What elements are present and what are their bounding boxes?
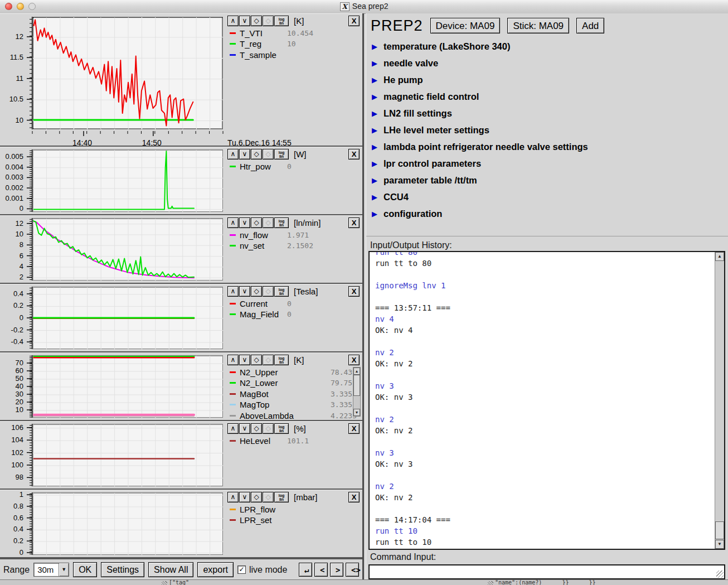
autoscale-icon[interactable]: ◇ — [251, 149, 262, 159]
scale-up-icon[interactable]: ∧ — [227, 286, 239, 297]
scroll-up-icon[interactable]: ▲ — [715, 252, 724, 261]
log-lin-toggle-icon[interactable]: loglin — [274, 355, 289, 365]
scale-down-icon[interactable]: ∨ — [239, 492, 250, 502]
expand-arrow-icon[interactable]: ▶ — [372, 127, 377, 134]
prep2-panel: PREP2 Device: MA09 Stick: MA09 Add ▶temp… — [366, 13, 728, 580]
log-lin-toggle-icon[interactable]: loglin — [274, 16, 289, 26]
autoscale-icon[interactable]: ◇ — [251, 492, 262, 502]
scale-up-icon[interactable]: ∧ — [227, 16, 239, 26]
page-forward-icon[interactable]: > — [330, 563, 343, 577]
resize-grip-icon[interactable] — [716, 571, 724, 578]
expand-arrow-icon[interactable]: ▶ — [372, 177, 377, 184]
scale-down-icon[interactable]: ∨ — [239, 355, 250, 365]
stick-button[interactable]: Stick: MA09 — [507, 18, 569, 33]
chart-close-button[interactable]: X — [348, 423, 360, 434]
chart-close-button[interactable]: X — [348, 16, 360, 26]
settings-button[interactable]: Settings — [101, 562, 144, 577]
chart-plot-6[interactable] — [32, 492, 223, 555]
io-history-console: run tt 80run tt to 80 ignoreMsg lnv 1 ==… — [368, 251, 725, 550]
expand-range-icon[interactable]: <> — [346, 563, 359, 577]
add-button[interactable]: Add — [576, 18, 604, 33]
scroll-down-icon[interactable]: ▼ — [353, 409, 360, 416]
console-output-line — [375, 503, 708, 514]
scale-up-icon[interactable]: ∧ — [227, 423, 239, 434]
legend-scrollbar[interactable]: ▲▼ — [353, 367, 361, 417]
autoscale-icon[interactable]: ◇ — [251, 16, 262, 26]
expand-arrow-icon[interactable]: ▶ — [372, 143, 377, 151]
series-color-swatch — [230, 313, 236, 315]
expand-arrow-icon[interactable]: ▶ — [372, 160, 377, 167]
chart-plot-0[interactable] — [32, 17, 223, 129]
chart-close-button[interactable]: X — [348, 355, 360, 365]
chart-plot-4[interactable] — [32, 355, 223, 418]
tree-item-temperature-lakeshore-340-[interactable]: ▶temperature (LakeShore 340) — [367, 38, 728, 55]
scale-up-icon[interactable]: ∧ — [227, 217, 239, 228]
autoscale-off-icon: ◇ — [263, 286, 274, 297]
scale-up-icon[interactable]: ∧ — [227, 355, 239, 365]
chart-plot-5[interactable] — [32, 424, 223, 486]
chart-close-button[interactable]: X — [348, 217, 360, 228]
background-window-strip: ["tag" "name":(name?) }} }} — [0, 579, 728, 585]
tree-item-needle-valve[interactable]: ▶needle valve — [367, 55, 728, 71]
autoscale-icon[interactable]: ◇ — [251, 286, 262, 297]
scale-down-icon[interactable]: ∨ — [239, 423, 250, 434]
y-tick-label: 30 — [0, 390, 23, 398]
expand-arrow-icon[interactable]: ▶ — [372, 110, 377, 117]
chart-plot-2[interactable] — [32, 218, 223, 281]
scale-down-icon[interactable]: ∨ — [239, 217, 250, 228]
tree-item-label: parameter table /tt/tm — [384, 175, 477, 186]
chart-plot-3[interactable] — [32, 287, 223, 349]
expand-arrow-icon[interactable]: ▶ — [372, 60, 377, 67]
autoscale-icon[interactable]: ◇ — [251, 217, 262, 228]
series-value: 0 — [287, 299, 292, 308]
chart-plot-1[interactable] — [32, 149, 223, 212]
log-lin-toggle-icon[interactable]: loglin — [274, 217, 289, 228]
scrollbar-thumb[interactable] — [353, 375, 360, 396]
jump-latest-icon[interactable]: ↵ — [299, 563, 312, 577]
scrollbar-thumb[interactable] — [715, 521, 724, 539]
log-lin-toggle-icon[interactable]: loglin — [274, 423, 289, 434]
console-scrollbar[interactable]: ▲ ▼ — [715, 252, 724, 549]
scale-down-icon[interactable]: ∨ — [239, 149, 250, 159]
scale-down-icon[interactable]: ∨ — [239, 286, 250, 297]
expand-arrow-icon[interactable]: ▶ — [372, 93, 377, 100]
tree-item-he-pump[interactable]: ▶He pump — [367, 71, 728, 88]
autoscale-icon[interactable]: ◇ — [251, 355, 262, 365]
checkbox-check-icon[interactable]: ✓ — [237, 565, 246, 574]
tree-item-lpr-control-parameters[interactable]: ▶lpr control parameters — [367, 155, 728, 172]
chart-close-button[interactable]: X — [348, 286, 360, 297]
expand-arrow-icon[interactable]: ▶ — [372, 194, 377, 201]
tree-item-lambda-point-refrigerator-needle-valve-settings[interactable]: ▶lambda point refrigerator needle valve … — [367, 138, 728, 155]
prep2-title: PREP2 — [371, 17, 423, 35]
tree-item-parameter-table-tt-tm[interactable]: ▶parameter table /tt/tm — [367, 172, 728, 188]
chart-close-button[interactable]: X — [348, 149, 360, 159]
command-input-field[interactable] — [370, 565, 724, 578]
expand-arrow-icon[interactable]: ▶ — [372, 43, 377, 50]
range-select[interactable]: 30m ▼ — [33, 563, 69, 577]
tree-item-lhe-level-meter-settings[interactable]: ▶LHe level meter settings — [367, 122, 728, 138]
chart-close-button[interactable]: X — [348, 492, 360, 502]
scale-up-icon[interactable]: ∧ — [227, 492, 239, 502]
scale-up-icon[interactable]: ∧ — [227, 149, 239, 159]
chevron-down-icon[interactable]: ▼ — [59, 563, 69, 576]
page-back-icon[interactable]: < — [314, 563, 328, 577]
show-all-button[interactable]: Show All — [148, 562, 193, 577]
log-lin-toggle-icon[interactable]: loglin — [274, 149, 289, 159]
live-mode-checkbox[interactable]: ✓ live mode — [237, 565, 287, 575]
ok-button[interactable]: OK — [73, 562, 97, 577]
log-lin-toggle-icon[interactable]: loglin — [274, 492, 289, 502]
tree-item-ccu4[interactable]: ▶CCU4 — [367, 188, 728, 205]
expand-arrow-icon[interactable]: ▶ — [372, 76, 377, 84]
scroll-up-icon[interactable]: ▲ — [353, 368, 360, 375]
expand-arrow-icon[interactable]: ▶ — [372, 210, 377, 217]
scale-down-icon[interactable]: ∨ — [239, 16, 250, 26]
log-lin-toggle-icon[interactable]: loglin — [274, 286, 289, 297]
scroll-down-icon[interactable]: ▼ — [715, 540, 724, 549]
device-button[interactable]: Device: MA09 — [430, 18, 501, 33]
export-button[interactable]: export — [197, 562, 233, 577]
autoscale-icon[interactable]: ◇ — [251, 423, 262, 434]
tree-item-ln2-fill-settings[interactable]: ▶LN2 fill settings — [367, 105, 728, 122]
tree-item-magnetic-field-control[interactable]: ▶magnetic field control — [367, 88, 728, 105]
series-name: Htr_pow — [240, 162, 287, 171]
tree-item-configuration[interactable]: ▶configuration — [367, 205, 728, 222]
